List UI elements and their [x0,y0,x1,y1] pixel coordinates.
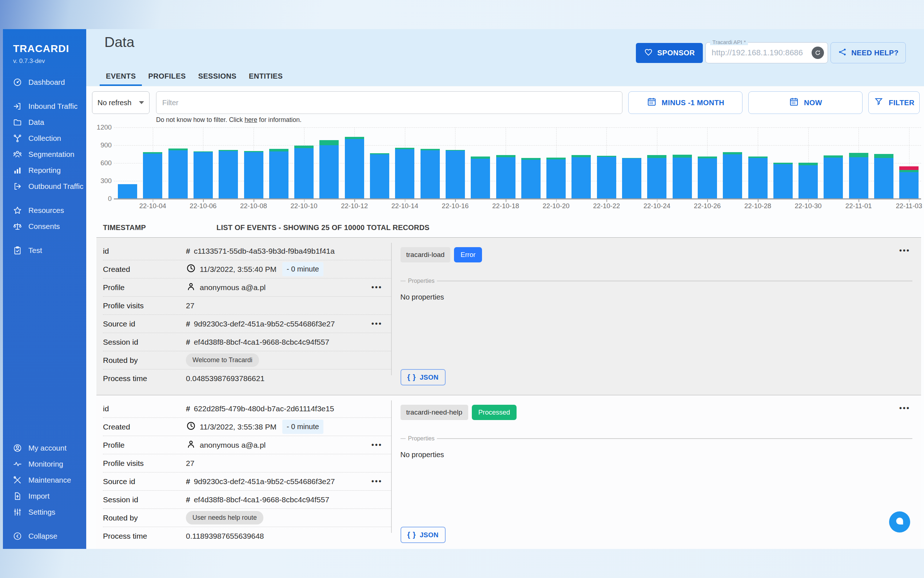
event-records: id#c1133571-55db-4a53-9b3d-f9ba49b1f41aC… [96,237,921,549]
sidebar-item-label: Outbound Traffic [28,182,83,191]
now-button[interactable]: NOW [748,91,863,114]
sidebar-item-monitoring[interactable]: Monitoring [3,456,86,472]
sidebar-item-data[interactable]: Data [3,114,86,130]
help-link[interactable]: here [244,116,257,123]
sidebar-item-segmentation[interactable]: Segmentation [3,146,86,162]
sidebar-item-my-account[interactable]: My account [3,440,86,456]
bar-22-10-21[interactable] [571,155,591,199]
bar-22-10-20[interactable] [546,157,566,199]
sidebar-item-reporting[interactable]: Reporting [3,162,86,179]
sidebar-item-collapse[interactable]: Collapse [3,528,86,544]
x-axis-tick-label: 22-10-16 [433,202,477,210]
bar-22-10-31[interactable] [824,156,843,199]
filter-help-text: Do not know how to filter. Click here fo… [156,116,924,124]
bar-22-10-22[interactable] [597,156,616,199]
row-value-text: ef4d38f8-8bcf-4ca1-9668-8cbc4c94f557 [194,495,329,504]
x-axis-tick [203,200,204,202]
bar-22-10-25[interactable] [673,155,692,199]
row-value-text: anonymous a@a.pl [200,441,265,450]
bar-22-11-03[interactable] [899,166,919,199]
event-type-chip[interactable]: tracardi-need-help [401,405,468,420]
row-label: id [103,404,186,413]
bar-22-10-19[interactable] [521,158,540,199]
chevron-down-icon [139,101,144,104]
bar-22-10-28[interactable] [748,156,767,199]
more-options-icon[interactable]: ••• [899,247,910,255]
row-value: 27 [186,459,382,468]
bar-segment-blue [244,152,264,199]
sidebar-item-resources[interactable]: Resources [3,202,86,218]
bar-22-10-26[interactable] [698,156,717,199]
x-axis-tick [354,200,355,202]
more-options-icon[interactable]: ••• [899,404,910,412]
bar-22-10-14[interactable] [395,148,414,199]
sidebar-item-consents[interactable]: Consents [3,218,86,234]
sidebar-item-inbound-traffic[interactable]: Inbound Traffic [3,98,86,114]
tab-events[interactable]: EVENTS [100,66,142,86]
filter-toolbar: No refresh MINUS -1 MONTH NOW FILTER [92,91,920,114]
row-label: id [103,247,186,255]
more-options-icon[interactable]: ••• [371,283,382,292]
bar-22-10-10[interactable] [294,146,314,199]
bar-22-10-07[interactable] [218,150,238,199]
row-label: Process time [103,532,186,541]
sidebar-item-settings[interactable]: Settings [3,504,86,520]
more-options-icon[interactable]: ••• [371,477,382,485]
json-button[interactable]: { }JSON [401,527,446,543]
bar-segment-blue [824,157,843,199]
refresh-api-icon[interactable] [812,47,824,59]
minus-1-month-button[interactable]: MINUS -1 MONTH [628,91,743,114]
bar-22-10-06[interactable] [194,151,213,199]
tab-profiles[interactable]: PROFILES [142,66,192,86]
sidebar-item-import[interactable]: Import [3,488,86,504]
table-row: Source id#9d9230c3-def2-451a-9b52-c55468… [103,472,391,490]
sponsor-button[interactable]: SPONSOR [636,43,703,63]
bar-22-10-09[interactable] [269,149,288,199]
refresh-select[interactable]: No refresh [92,91,149,114]
bar-22-10-11[interactable] [319,140,339,199]
need-help-button[interactable]: NEED HELP? [830,42,906,63]
tab-sessions[interactable]: SESSIONS [192,66,243,86]
event-type-chip[interactable]: tracardi-load [401,247,451,262]
bar-22-10-05[interactable] [168,148,188,199]
branch-icon [13,133,22,143]
bar-22-10-23[interactable] [622,158,641,199]
sidebar-item-outbound-traffic[interactable]: Outbound Traffic [3,179,86,194]
bar-22-10-18[interactable] [496,155,515,199]
bar-22-10-17[interactable] [471,156,490,199]
sidebar-item-dashboard[interactable]: Dashboard [3,74,86,90]
row-label: Source id [103,477,186,486]
bar-22-11-02[interactable] [874,154,893,199]
bar-22-10-03[interactable] [118,184,137,199]
sidebar-item-collection[interactable]: Collection [3,130,86,146]
more-options-icon[interactable]: ••• [371,441,382,449]
bar-22-10-30[interactable] [798,163,818,199]
bar-22-10-29[interactable] [774,163,793,199]
filter-input[interactable] [156,91,622,114]
bar-22-10-16[interactable] [446,150,465,199]
filter-button[interactable]: FILTER [868,91,920,114]
bar-22-10-04[interactable] [143,152,162,199]
more-options-icon[interactable]: ••• [371,320,382,328]
chat-button[interactable] [889,511,910,533]
bar-segment-green [874,154,893,158]
y-axis-tick-label: 1200 [89,123,112,132]
person-icon [186,281,196,293]
bar-22-10-24[interactable] [647,155,667,199]
json-button[interactable]: { }JSON [401,369,446,385]
bar-22-10-12[interactable] [345,137,364,199]
bar-22-10-15[interactable] [421,149,440,199]
x-axis-line [114,198,921,200]
sidebar-item-test[interactable]: Test [3,242,86,258]
sidebar-item-maintenance[interactable]: Maintenance [3,472,86,488]
sidebar-item-label: Settings [28,508,55,516]
bar-22-11-01[interactable] [849,153,868,199]
bar-22-10-27[interactable] [723,152,742,199]
table-row: Session id#ef4d38f8-8bcf-4ca1-9668-8cbc4… [103,490,391,509]
table-row: Routed byWelcome to Tracardi [103,351,391,369]
tab-entities[interactable]: ENTITIES [243,66,289,86]
tracardi-api-field[interactable]: Tracardi API * http://192.168.1.190:8686 [706,42,828,63]
bar-22-10-13[interactable] [370,153,389,199]
bar-22-10-08[interactable] [244,151,264,199]
row-label: Profile [103,441,186,450]
